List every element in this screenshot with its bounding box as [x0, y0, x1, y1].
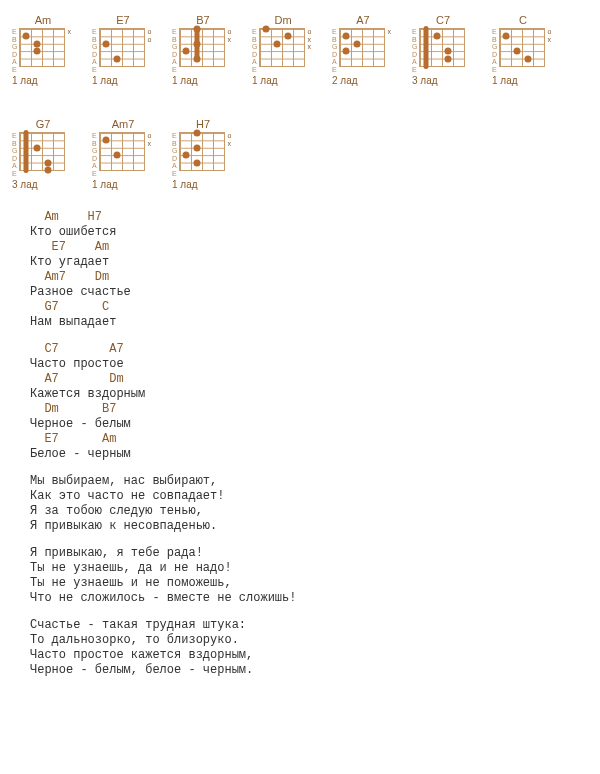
- finger-dot: [193, 130, 200, 137]
- chord-name: Am: [12, 14, 74, 26]
- fretboard-grid: [339, 28, 385, 67]
- mute-open-marks: ox: [547, 28, 553, 43]
- chord-name: G7: [12, 118, 74, 130]
- fret-label: 1 лад: [252, 75, 314, 86]
- finger-dot: [262, 26, 269, 33]
- lyric-line: Ты не узнаешь и не поможешь,: [30, 576, 588, 591]
- finger-dot: [513, 48, 520, 55]
- fretboard-grid: [99, 28, 145, 67]
- finger-dot: [193, 55, 200, 62]
- finger-dot: [113, 55, 120, 62]
- fret-label: 1 лад: [172, 75, 234, 86]
- string-labels: EBGDAE: [12, 132, 17, 177]
- fret-label: 1 лад: [12, 75, 74, 86]
- fretboard-grid: [19, 28, 65, 67]
- finger-dot: [182, 152, 189, 159]
- mute-open-marks: oxx: [307, 28, 313, 51]
- chord-E7: E7EBGDAEoo1 лад: [92, 14, 154, 86]
- fret-label: 3 лад: [12, 179, 74, 190]
- lyric-line: Как это часто не совпадает!: [30, 489, 588, 504]
- string-labels: EBGDAE: [492, 28, 497, 73]
- chord-diagrams: AmEBGDAEx1 ладE7EBGDAEoo1 ладB7EBGDAEox1…: [12, 14, 588, 204]
- fretboard-grid: [179, 132, 225, 171]
- chord-name: A7: [332, 14, 394, 26]
- mute-open-marks: oo: [147, 28, 153, 43]
- string-labels: EBGDAE: [412, 28, 417, 73]
- chord-Am: AmEBGDAEx1 лад: [12, 14, 74, 86]
- lyric-line: Ты не узнаешь, да и не надо!: [30, 561, 588, 576]
- finger-dot: [502, 33, 509, 40]
- lyric-line: Счастье - такая трудная штука:: [30, 618, 588, 633]
- fretboard-grid: [499, 28, 545, 67]
- finger-dot: [193, 26, 200, 33]
- finger-dot: [44, 159, 51, 166]
- fret-label: 1 лад: [172, 179, 234, 190]
- finger-dot: [342, 48, 349, 55]
- fretboard-grid: [99, 132, 145, 171]
- lyric-line: Кажется вздорным: [30, 387, 588, 402]
- lyrics-block: Am H7Кто ошибется E7 AmКто угадает Am7 D…: [30, 210, 588, 678]
- finger-dot: [22, 33, 29, 40]
- chord-line: Am7 Dm: [30, 270, 588, 285]
- lyric-line: Я привыкаю к несовпаденью.: [30, 519, 588, 534]
- finger-dot: [284, 33, 291, 40]
- finger-dot: [444, 55, 451, 62]
- chord-C7: C7EBGDAE3 лад: [412, 14, 474, 86]
- string-labels: EBGDAE: [12, 28, 17, 73]
- finger-dot: [182, 48, 189, 55]
- chord-name: E7: [92, 14, 154, 26]
- stanza-break: [30, 462, 588, 474]
- chord-name: Dm: [252, 14, 314, 26]
- mute-open-marks: ox: [227, 132, 233, 147]
- lyric-line: Разное счастье: [30, 285, 588, 300]
- fret-label: 2 лад: [332, 75, 394, 86]
- finger-dot: [524, 55, 531, 62]
- finger-dot: [193, 40, 200, 47]
- lyric-line: Черное - белым, белое - черным.: [30, 663, 588, 678]
- finger-dot: [113, 152, 120, 159]
- lyric-line: То дальнозорко, то близоруко.: [30, 633, 588, 648]
- finger-dot: [353, 40, 360, 47]
- fret-label: 1 лад: [92, 75, 154, 86]
- chord-B7: B7EBGDAEox1 лад: [172, 14, 234, 86]
- string-labels: EBGDAE: [332, 28, 337, 73]
- fretboard-grid: [259, 28, 305, 67]
- string-labels: EBGDAE: [172, 132, 177, 177]
- fret-label: 1 лад: [92, 179, 154, 190]
- lyric-line: Нам выпадает: [30, 315, 588, 330]
- fret-label: 1 лад: [492, 75, 554, 86]
- finger-dot: [193, 159, 200, 166]
- stanza-break: [30, 606, 588, 618]
- finger-dot: [44, 167, 51, 174]
- lyric-line: Кто угадает: [30, 255, 588, 270]
- chord-name: H7: [172, 118, 234, 130]
- lyric-line: Я за тобою следую тенью,: [30, 504, 588, 519]
- chord-line: E7 Am: [30, 432, 588, 447]
- string-labels: EBGDAE: [92, 28, 97, 73]
- chord-line: G7 C: [30, 300, 588, 315]
- chord-Dm: DmEBGDAEoxx1 лад: [252, 14, 314, 86]
- mute-open-marks: ox: [227, 28, 233, 43]
- chord-line: Dm B7: [30, 402, 588, 417]
- chord-name: Am7: [92, 118, 154, 130]
- finger-dot: [33, 48, 40, 55]
- chord-H7: H7EBGDAEox1 лад: [172, 118, 234, 190]
- chord-line: Am H7: [30, 210, 588, 225]
- chord-line: C7 A7: [30, 342, 588, 357]
- finger-dot: [33, 40, 40, 47]
- string-labels: EBGDAE: [92, 132, 97, 177]
- fretboard-grid: [419, 28, 465, 67]
- chord-G7: G7EBGDAE3 лад: [12, 118, 74, 190]
- lyric-line: Кто ошибется: [30, 225, 588, 240]
- chord-line: A7 Dm: [30, 372, 588, 387]
- finger-dot: [102, 137, 109, 144]
- finger-dot: [273, 40, 280, 47]
- mute-open-marks: ox: [147, 132, 153, 147]
- finger-dot: [102, 40, 109, 47]
- finger-dot: [193, 144, 200, 151]
- lyric-line: Белое - черным: [30, 447, 588, 462]
- lyric-line: Мы выбираем, нас выбирают,: [30, 474, 588, 489]
- fretboard-grid: [179, 28, 225, 67]
- finger-dot: [433, 33, 440, 40]
- finger-dot: [444, 48, 451, 55]
